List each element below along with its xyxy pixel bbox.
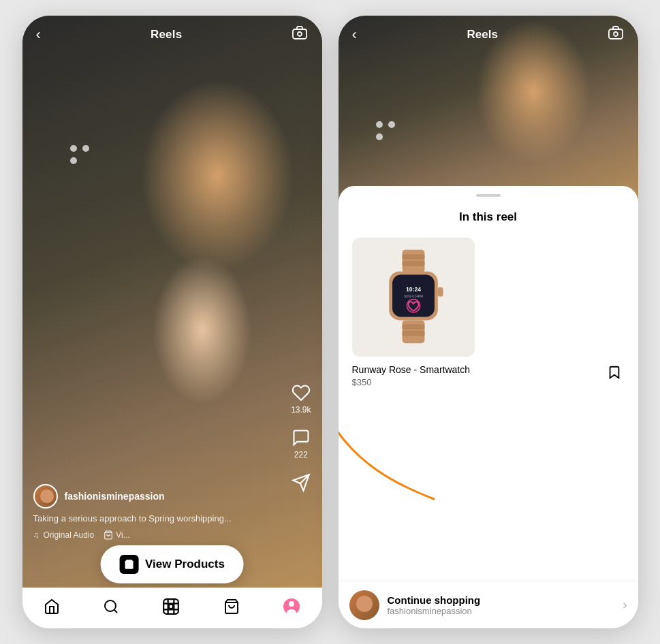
sheet-title: In this reel: [352, 210, 625, 224]
svg-text:SUN 4:24PM: SUN 4:24PM: [403, 295, 422, 298]
nav-shop-icon[interactable]: [223, 598, 240, 619]
nav-reels-icon[interactable]: [162, 598, 180, 619]
likes-count: 13.9k: [291, 405, 311, 415]
cs-text: Continue shopping fashionisminepassion: [388, 594, 615, 616]
svg-rect-28: [437, 287, 443, 297]
svg-point-6: [105, 600, 116, 611]
svg-rect-24: [402, 254, 424, 259]
header-title: Reels: [151, 28, 182, 42]
dot-2: [82, 145, 89, 152]
comment-action[interactable]: 222: [292, 428, 311, 460]
bag-icon: [119, 555, 138, 574]
cs-subtitle: fashionisminepassion: [388, 606, 615, 616]
comments-count: 222: [294, 450, 308, 460]
bookmark-button[interactable]: [604, 364, 625, 385]
share-action[interactable]: [292, 473, 311, 492]
actions-column: 13.9k 222: [291, 383, 311, 492]
svg-point-19: [614, 32, 618, 36]
camera-icon[interactable]: [292, 25, 308, 45]
back-icon-2[interactable]: ‹: [352, 26, 357, 44]
product-section: 10:24 SUN 4:24PM Runway Rose - Smartwatc…: [352, 238, 625, 390]
audio-row: ♫ Original Audio Vi...: [33, 530, 281, 540]
product-info-row: Runway Rose - Smartwatch $350: [352, 357, 625, 390]
reel-caption: Taking a serious approach to Spring wors…: [33, 513, 281, 525]
video-portion: ‹ Reels: [339, 16, 638, 206]
dots-indicator: [70, 145, 89, 164]
phone-1: ‹ Reels 13.9k: [22, 16, 322, 628]
arrow-area: [352, 390, 625, 499]
svg-rect-8: [164, 599, 179, 614]
audio-note-icon: ♫: [33, 530, 40, 540]
product-price: $350: [352, 377, 604, 387]
username: fashionisminepassion: [65, 491, 165, 502]
svg-rect-25: [402, 261, 424, 266]
chevron-right-icon: ›: [623, 598, 627, 612]
view-products-label: View Products: [145, 558, 225, 571]
sheet-handle: [476, 194, 501, 197]
svg-text:10:24: 10:24: [405, 285, 420, 292]
product-card[interactable]: 10:24 SUN 4:24PM: [352, 238, 475, 357]
dot-3: [70, 157, 77, 164]
avatar: [33, 484, 58, 509]
product-details: Runway Rose - Smartwatch $350: [352, 364, 604, 387]
orange-arrow-svg: [339, 397, 447, 506]
phone-2: ‹ Reels In this reel: [339, 16, 638, 628]
user-row: fashionisminepassion: [33, 484, 281, 509]
svg-point-16: [289, 601, 294, 607]
audio-label: Original Audio: [44, 530, 95, 540]
nav-home-icon[interactable]: [44, 598, 60, 619]
watch-illustration: 10:24 SUN 4:24PM: [369, 246, 458, 349]
cs-avatar: [349, 590, 379, 620]
nav-search-icon[interactable]: [103, 598, 119, 619]
bottom-sheet: In this reel: [339, 186, 638, 628]
bottom-nav: [22, 587, 322, 628]
camera-icon-2[interactable]: [608, 25, 624, 45]
svg-line-7: [114, 609, 117, 612]
reel-info: fashionisminepassion Taking a serious ap…: [33, 484, 281, 540]
svg-point-9: [169, 604, 174, 609]
view-products-button[interactable]: View Products: [100, 545, 244, 583]
svg-rect-26: [402, 324, 424, 329]
product-name: Runway Rose - Smartwatch: [352, 364, 604, 376]
dot-6: [376, 133, 383, 140]
dots-indicator-2: [376, 121, 395, 140]
continue-shopping[interactable]: Continue shopping fashionisminepassion ›: [339, 581, 638, 628]
header-bar: ‹ Reels: [22, 16, 322, 54]
header-title-2: Reels: [467, 28, 497, 42]
svg-rect-0: [293, 29, 307, 39]
svg-rect-18: [609, 29, 623, 39]
dot-1: [70, 145, 77, 152]
svg-rect-27: [402, 330, 424, 336]
svg-point-1: [298, 32, 302, 36]
shop-label: Vi...: [116, 530, 129, 540]
dot-4: [376, 121, 383, 128]
product-image: 10:24 SUN 4:24PM: [352, 238, 475, 357]
nav-profile-icon[interactable]: [283, 598, 300, 619]
back-icon[interactable]: ‹: [36, 26, 41, 44]
dot-5: [388, 121, 395, 128]
like-action[interactable]: 13.9k: [291, 383, 311, 415]
cs-title: Continue shopping: [388, 594, 615, 606]
header-bar-2: ‹ Reels: [339, 16, 638, 54]
